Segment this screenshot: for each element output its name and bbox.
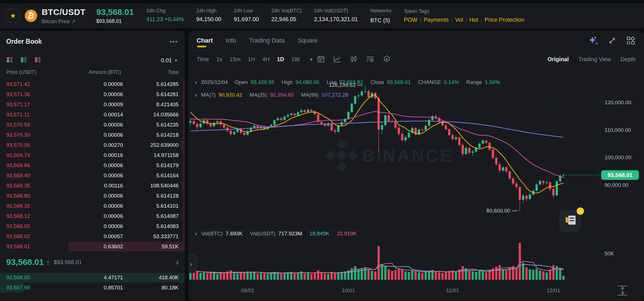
ask-row[interactable]: 93,571.110.0001414.035666: [0, 110, 185, 120]
y-axis-tick: 110,000.00: [605, 127, 631, 133]
ask-row[interactable]: 93,571.420.000065.614285: [0, 79, 185, 89]
ask-row[interactable]: 93,568.020.0005753.333771: [0, 231, 185, 242]
fullscreen-icon[interactable]: [608, 36, 616, 45]
view-trading-view[interactable]: Trading View: [578, 56, 611, 63]
volume-bar: [499, 265, 501, 280]
chart-area[interactable]: ∨ 2025/12/04 Open93,429.95 High94,080.00…: [188, 68, 644, 301]
news-feed-button[interactable]: [559, 207, 584, 231]
interval-4h[interactable]: 4H: [262, 56, 270, 63]
star-icon: ★: [10, 12, 16, 20]
ask-row[interactable]: 93,568.800.000065.614128: [0, 191, 185, 201]
interval-1h[interactable]: 1H: [248, 56, 255, 63]
jump-to-date-icon[interactable]: [317, 55, 325, 63]
view-depth[interactable]: Depth: [621, 56, 636, 63]
volume-bar: [233, 273, 235, 280]
amount-cell: 0.00006: [67, 81, 123, 87]
precision-dropdown[interactable]: 0.01 ▼: [161, 57, 178, 64]
ask-row[interactable]: 93,571.360.000065.614281: [0, 89, 185, 99]
candlestick-chart[interactable]: BINANCE126,199.6380,600.0093,568.01120,0…: [188, 68, 644, 301]
indicators-candle-icon[interactable]: [349, 55, 358, 63]
volume-bar: [199, 273, 202, 280]
ask-row[interactable]: 93,569.400.000065.614164: [0, 171, 185, 181]
candle: [280, 118, 282, 120]
tab-square[interactable]: Square: [298, 31, 318, 50]
ohlc-date: 2025/12/04: [201, 79, 228, 85]
ask-row[interactable]: 93,569.660.000065.614179: [0, 160, 185, 171]
ask-row[interactable]: 93,570.590.000065.614235: [0, 120, 185, 130]
favorite-star-button[interactable]: ★: [6, 9, 20, 23]
ask-row[interactable]: 93,568.120.000065.614087: [0, 211, 185, 221]
volume-bar: [307, 273, 309, 280]
ask-row[interactable]: 93,570.000.00270252.639000: [0, 140, 185, 150]
chart-type-icon[interactable]: [333, 55, 341, 63]
interval-15m[interactable]: 15m: [230, 56, 241, 63]
token-tag-link[interactable]: Vol: [455, 17, 463, 23]
ohlc-high: 94,080.00: [296, 79, 319, 85]
interval-1d[interactable]: 1D: [277, 56, 284, 63]
tab-trading-data[interactable]: Trading Data: [249, 31, 285, 50]
interval-dropdown-icon[interactable]: ▼: [309, 57, 313, 62]
bid-row[interactable]: 93,567.990.8570180.18K: [0, 283, 185, 293]
candle: [448, 129, 450, 135]
price-cell: 93,568.01: [6, 244, 67, 250]
interval-1s[interactable]: 1s: [216, 56, 222, 63]
ask-row[interactable]: 93,569.350.00116108.540446: [0, 181, 185, 191]
svg-text:›: ›: [190, 260, 192, 268]
book-view-asks-icon[interactable]: [34, 56, 41, 64]
ask-row[interactable]: 93,571.170.000098.421405: [0, 99, 185, 110]
settings-hexagon-icon[interactable]: [383, 55, 391, 63]
stat-value: 22,946.05: [271, 16, 296, 23]
volume-bar: [287, 273, 289, 280]
ask-row[interactable]: 93,569.740.0001614.971158: [0, 150, 185, 160]
stat-label: 24h High: [196, 8, 217, 14]
expand-panel-button[interactable]: ›: [188, 255, 197, 273]
candle: [452, 135, 454, 139]
ask-row[interactable]: 93,570.300.000065.614218: [0, 130, 185, 140]
ask-row[interactable]: 93,568.350.000065.614101: [0, 201, 185, 211]
volume-bar: [236, 274, 239, 280]
book-view-bids-icon[interactable]: [20, 56, 27, 64]
token-tag-link[interactable]: Hot: [469, 17, 478, 23]
ask-row[interactable]: 93,568.010.6360259.51K: [0, 242, 185, 252]
bid-row[interactable]: 93,568.004.47171418.40K: [0, 273, 185, 283]
view-original[interactable]: Original: [547, 56, 569, 63]
header-stats: 24h Chg411.23 +0.44%24h High94,150.0024h…: [146, 8, 391, 24]
interval-time[interactable]: Time: [197, 56, 209, 63]
symbol-subtitle-link[interactable]: Bitcoin Price ↗: [42, 18, 86, 25]
token-tag-link[interactable]: POW: [404, 17, 418, 23]
token-tag-link[interactable]: Payments: [424, 17, 449, 23]
collapse-icon[interactable]: ∨: [194, 80, 198, 85]
interval-1w[interactable]: 1W: [291, 56, 300, 63]
volume-bar: [512, 266, 514, 280]
book-view-both-icon[interactable]: [6, 56, 13, 64]
auto-scale-icon[interactable]: [618, 286, 627, 295]
candle: [525, 196, 528, 199]
volume-bar: [411, 270, 413, 280]
candle: [384, 115, 387, 125]
ask-row[interactable]: 93,568.050.000065.614083: [0, 221, 185, 231]
tab-chart[interactable]: Chart: [197, 31, 213, 50]
volume-bar: [529, 269, 531, 280]
volume-bar: [280, 274, 282, 280]
amount-cell: 0.00016: [67, 152, 123, 158]
ma99-value: 107,272.28: [321, 92, 348, 98]
ai-assistant-icon[interactable]: AI: [588, 36, 598, 46]
amount-cell: 0.00057: [67, 233, 123, 240]
tab-info[interactable]: Info: [226, 31, 236, 50]
price-cell: 93,570.00: [6, 142, 67, 148]
token-tag-link[interactable]: Price Protection: [485, 17, 524, 23]
candle: [253, 126, 256, 128]
volume-bar: [495, 267, 498, 280]
indicator-settings-icon[interactable]: [366, 55, 375, 63]
depth-bar: [183, 211, 185, 221]
volume-bar: [367, 270, 370, 280]
layout-grid-icon[interactable]: [626, 36, 636, 45]
candle: [196, 124, 198, 127]
collapse-icon[interactable]: ∨: [194, 231, 198, 236]
candle: [351, 104, 353, 112]
volume-legend: ∨ Vol(BTC)7.693K Vol(USDT)717.923M 18.84…: [194, 231, 364, 237]
last-price-row[interactable]: 93,568.01 ↑ $93,568.01 ›: [0, 252, 185, 273]
order-book-more-button[interactable]: •••: [170, 38, 178, 45]
collapse-icon[interactable]: ∨: [194, 92, 198, 98]
price-cell: 93,571.36: [6, 91, 67, 98]
